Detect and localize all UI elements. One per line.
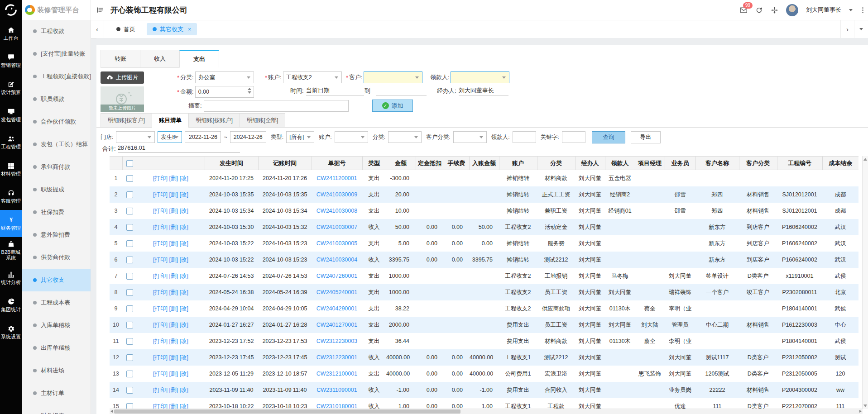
page-tab-1[interactable]: 其它收支 × (147, 23, 197, 35)
section-tab-2[interactable]: 支出 (179, 50, 219, 68)
sidebar-item-13[interactable]: 入库单稽核 (22, 314, 91, 337)
cell-doc-no[interactable]: CW2410030009 (312, 186, 362, 203)
sidebar-item-7[interactable]: 职级提成 (22, 178, 91, 201)
sidebar-item-16[interactable]: 主材订单 (22, 382, 91, 404)
rail-item-yuan[interactable]: ¥ 财务管理 (0, 210, 22, 237)
cell-doc-no[interactable]: CW2401270001 (312, 317, 362, 333)
menu-toggle-icon[interactable] (96, 6, 104, 14)
avatar[interactable] (786, 4, 798, 16)
cell-doc-no[interactable]: CW2410030004 (312, 252, 362, 268)
cell-doc-no[interactable]: CW2404290001 (312, 300, 362, 317)
delete-link[interactable]: [删] (169, 289, 178, 295)
print-link[interactable]: [打印] (153, 338, 168, 344)
row-checkbox[interactable] (126, 273, 133, 280)
list-tab-3[interactable]: 明细账[全部] (240, 113, 285, 128)
sidebar-item-5[interactable]: 发包（工长）结算 (22, 133, 91, 156)
payee-filter-input[interactable] (513, 131, 536, 143)
delete-link[interactable]: [删] (169, 273, 178, 279)
delete-link[interactable]: [删] (169, 224, 178, 230)
user-caret-icon[interactable] (849, 9, 853, 11)
list-tab-2[interactable]: 明细账[按账户] (188, 113, 240, 128)
print-link[interactable]: [打印] (153, 289, 168, 295)
row-checkbox[interactable] (126, 240, 133, 247)
customer-cat-select[interactable] (453, 131, 487, 143)
add-button[interactable]: 添加 (372, 100, 413, 112)
cell-doc-no[interactable]: CW2411200001 (312, 170, 362, 187)
rail-item-users[interactable]: 工程管理 (0, 128, 22, 156)
edit-link[interactable]: [改] (179, 371, 188, 377)
delete-link[interactable]: [删] (169, 322, 178, 328)
date-mode-select[interactable]: 发生时 (158, 131, 182, 143)
cell-doc-no[interactable]: CW2407260001 (312, 268, 362, 284)
print-link[interactable]: [打印] (153, 387, 168, 393)
refresh-icon[interactable] (755, 6, 763, 14)
print-link[interactable]: [打印] (153, 403, 168, 409)
summary-input[interactable] (204, 100, 349, 112)
date-to-input[interactable]: 2024-12-26 (230, 131, 266, 143)
sidebar-item-10[interactable]: 供货商付款 (22, 246, 91, 269)
page-tab-0[interactable]: 首页 (110, 23, 141, 35)
sidebar-item-11[interactable]: 其它收支 (22, 269, 91, 291)
category-filter-select[interactable] (388, 131, 422, 143)
vertical-scrollbar[interactable] (862, 156, 868, 409)
scrollbar-thumb[interactable] (114, 409, 460, 414)
section-tab-0[interactable]: 转账 (101, 50, 140, 68)
edit-link[interactable]: [改] (179, 175, 188, 181)
select-all-checkbox[interactable] (126, 160, 133, 167)
type-select[interactable]: [所有] (286, 131, 314, 143)
rail-item-chat[interactable]: 营销管理 (0, 47, 22, 74)
search-button[interactable]: 查询 (592, 131, 625, 143)
edit-link[interactable]: [改] (179, 240, 188, 247)
delete-link[interactable]: [删] (169, 338, 178, 344)
edit-link[interactable]: [改] (179, 354, 188, 361)
rail-item-chart[interactable]: 统计分析 (0, 264, 22, 291)
rail-item-home[interactable]: 工作台 (0, 20, 22, 47)
edit-link[interactable]: [改] (179, 273, 188, 279)
row-checkbox[interactable] (126, 322, 133, 328)
date-from-input[interactable]: 2022-11-26 (185, 131, 221, 143)
horizontal-scrollbar[interactable] (110, 409, 863, 414)
sidebar-item-15[interactable]: 材料进场 (22, 359, 91, 382)
rail-item-grid[interactable]: 材料管理 (0, 156, 22, 183)
cell-doc-no[interactable]: CW2410030008 (312, 203, 362, 219)
rail-item-headset[interactable]: 客服管理 (0, 183, 22, 210)
delete-link[interactable]: [删] (169, 257, 178, 263)
rail-item-pie[interactable]: 集团统计 (0, 291, 22, 319)
category-select[interactable]: 办公室 (195, 71, 254, 83)
payee-select[interactable] (451, 71, 509, 83)
edit-link[interactable]: [改] (179, 305, 188, 312)
rail-item-bag[interactable]: B2B商城系统 (0, 237, 22, 264)
account-filter-select[interactable] (335, 131, 368, 143)
row-checkbox[interactable] (126, 338, 133, 345)
more-menu-icon[interactable] (862, 7, 863, 13)
print-link[interactable]: [打印] (153, 191, 168, 198)
keyword-input[interactable] (562, 131, 585, 143)
print-link[interactable]: [打印] (153, 371, 168, 377)
row-checkbox[interactable] (126, 257, 133, 263)
delete-link[interactable]: [删] (169, 175, 178, 181)
cell-doc-no[interactable]: CW2312100001 (312, 366, 362, 382)
rail-item-monitor[interactable]: 发包管理 (0, 101, 22, 128)
row-checkbox[interactable] (126, 289, 133, 296)
row-checkbox[interactable] (126, 224, 133, 231)
print-link[interactable]: [打印] (153, 322, 168, 328)
row-checkbox[interactable] (126, 305, 133, 312)
print-link[interactable]: [打印] (153, 354, 168, 361)
print-link[interactable]: [打印] (153, 273, 168, 279)
tabs-scroll-right-icon[interactable]: › (840, 20, 854, 38)
store-select[interactable] (116, 131, 155, 143)
row-checkbox[interactable] (126, 403, 133, 409)
time-to-value[interactable] (376, 86, 427, 95)
row-checkbox[interactable] (126, 175, 133, 182)
cell-doc-no[interactable]: CW2405240001 (312, 284, 362, 300)
row-checkbox[interactable] (126, 208, 133, 214)
tabs-scroll-left-icon[interactable]: ‹ (91, 20, 104, 38)
sidebar-item-2[interactable]: 工程领款[直接领款] (22, 65, 91, 88)
print-link[interactable]: [打印] (153, 224, 168, 230)
delete-link[interactable]: [删] (169, 403, 178, 409)
sidebar-item-3[interactable]: 职员领款 (22, 88, 91, 110)
edit-link[interactable]: [改] (179, 322, 188, 328)
time-value[interactable]: 当前日期 (306, 86, 364, 95)
sidebar-item-9[interactable]: 意外险扣费 (22, 224, 91, 246)
row-checkbox[interactable] (126, 354, 133, 361)
